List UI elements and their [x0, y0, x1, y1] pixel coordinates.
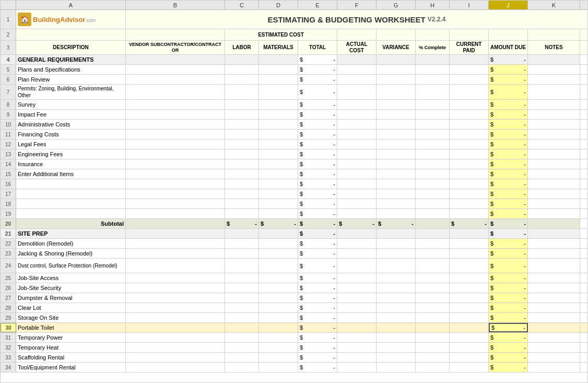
r5-f[interactable] — [337, 65, 377, 74]
row-18: 18 $- $- — [1, 199, 587, 209]
row-14: 14 Insurance $- $- — [1, 159, 587, 169]
r4-d[interactable] — [259, 55, 298, 64]
r4-i[interactable] — [450, 55, 489, 64]
col-header-i[interactable]: I — [450, 1, 489, 9]
header-variance — [377, 29, 416, 40]
header-desc-label: DESCRIPTION — [16, 41, 126, 54]
r5-h[interactable] — [416, 65, 450, 74]
r4-b[interactable] — [126, 55, 225, 64]
col-header-e[interactable]: E — [298, 1, 337, 9]
r4-h[interactable] — [416, 55, 450, 64]
r4-g[interactable] — [377, 55, 416, 64]
r7-i[interactable] — [450, 85, 489, 99]
header-vendor — [126, 29, 225, 40]
header-amount-due-label: AMOUNT DUE — [489, 41, 528, 54]
row-3: 3 DESCRIPTION VENDOR SUBCONTRACTOR/CONTR… — [1, 41, 587, 55]
header-notes-label: NOTES — [528, 41, 580, 54]
header-labor: LABOR — [225, 41, 259, 54]
header-actual-cost — [337, 29, 377, 40]
r6-d[interactable] — [259, 75, 298, 84]
row-31: 31 Temporary Power $- $- — [1, 333, 587, 343]
r6-b[interactable] — [126, 75, 225, 84]
r4-f[interactable] — [337, 55, 377, 64]
r4-k[interactable] — [528, 55, 580, 64]
title-cell: ESTIMATING & BUDGETING WORKSHEET V2.2.4 — [126, 10, 587, 29]
row-12: 12 Legal Fees $- $- — [1, 140, 587, 149]
header-notes — [528, 29, 580, 40]
header-current-paid — [450, 29, 489, 40]
r7-g[interactable] — [377, 85, 416, 99]
row-22: 22 Demolition (Remodel) $- $- — [1, 239, 587, 249]
version-label: V2.2.4 — [428, 16, 446, 23]
r6-g[interactable] — [377, 75, 416, 84]
header-current-paid-label: CURRENT PAID — [450, 41, 489, 54]
r5-d[interactable] — [259, 65, 298, 74]
r6-j[interactable]: $- — [489, 75, 528, 84]
row-1: 1 🏠 BuildingAdvisor.com ESTIMATING & BUD… — [1, 10, 587, 29]
col-header-h[interactable]: H — [416, 1, 450, 9]
row-21-section-header: 21 SITE PREP $- $- — [1, 229, 587, 239]
col-header-d[interactable]: D — [259, 1, 298, 9]
r6-c[interactable] — [225, 75, 259, 84]
rownum-5: 5 — [1, 65, 16, 74]
r6-desc[interactable]: Plan Review — [16, 75, 126, 84]
r5-c[interactable] — [225, 65, 259, 74]
r7-e[interactable]: $- — [298, 85, 337, 99]
r5-g[interactable] — [377, 65, 416, 74]
row-9: 9 Impact Fee $- $- — [1, 110, 587, 120]
r4-j[interactable]: $- — [489, 55, 528, 64]
portable-toilet-amount-due[interactable]: $- — [489, 323, 528, 332]
row-27: 27 Dumpster & Removal $- $- — [1, 293, 587, 303]
r7-f[interactable] — [337, 85, 377, 99]
row-20-subtotal: 20 Subtotal $- $- $- $- $- $- $- — [1, 219, 587, 229]
r7-k[interactable] — [528, 85, 580, 99]
r4-c[interactable] — [225, 55, 259, 64]
row-6: 6 Plan Review $- $- — [1, 75, 587, 85]
r6-e[interactable]: $- — [298, 75, 337, 84]
row-24: 24 Dust control, Surface Protection (Rem… — [1, 259, 587, 273]
col-header-c[interactable]: C — [225, 1, 259, 9]
r7-d[interactable] — [259, 85, 298, 99]
header-total: TOTAL — [298, 41, 337, 54]
worksheet-title: ESTIMATING & BUDGETING WORKSHEET — [267, 15, 425, 24]
r6-f[interactable] — [337, 75, 377, 84]
row-2: 2 ESTIMATED COST — [1, 29, 587, 41]
r7-desc[interactable]: Permits: Zoning, Building, Environmental… — [16, 85, 126, 99]
r7-j[interactable]: $- — [489, 85, 528, 99]
r5-e[interactable]: $- — [298, 65, 337, 74]
col-header-a[interactable]: A — [16, 1, 126, 9]
header-actual-cost-label: ACTUAL COST — [337, 41, 377, 54]
row-11: 11 Financing Costs $- $- — [1, 130, 587, 140]
section-general-requirements: GENERAL REQUIREMENTS — [16, 55, 126, 64]
row-33: 33 Scaffolding Rental $- $- — [1, 353, 587, 363]
r5-k[interactable] — [528, 65, 580, 74]
col-header-f[interactable]: F — [337, 1, 377, 9]
rownum-7: 7 — [1, 85, 16, 99]
header-amount-due — [489, 29, 528, 40]
logo-text: BuildingAdvisor.com — [33, 16, 96, 24]
r7-h[interactable] — [416, 85, 450, 99]
r6-i[interactable] — [450, 75, 489, 84]
r5-desc[interactable]: Plans and Specifications — [16, 65, 126, 74]
col-header-k[interactable]: K — [528, 1, 580, 9]
row-13: 13 Engineering Fees $- $- — [1, 149, 587, 159]
col-header-b[interactable]: B — [126, 1, 225, 9]
rownum-6: 6 — [1, 75, 16, 84]
r5-b[interactable] — [126, 65, 225, 74]
r4-e[interactable]: $- — [298, 55, 337, 64]
r5-i[interactable] — [450, 65, 489, 74]
r5-j[interactable]: $- — [489, 65, 528, 74]
header-description — [16, 29, 126, 40]
col-header-g[interactable]: G — [377, 1, 416, 9]
row-32: 32 Temporary Heat $- $- — [1, 343, 587, 353]
r7-c[interactable] — [225, 85, 259, 99]
col-header-j[interactable]: J — [489, 1, 528, 9]
r6-k[interactable] — [528, 75, 580, 84]
r6-h[interactable] — [416, 75, 450, 84]
r7-b[interactable] — [126, 85, 225, 99]
logo-icon: 🏠 — [18, 13, 31, 26]
row-17: 17 $- $- — [1, 189, 587, 199]
rownum-2: 2 — [1, 29, 16, 40]
header-pct-label: % Complete — [416, 41, 450, 54]
row-26: 26 Job-Site Security $- $- — [1, 283, 587, 293]
